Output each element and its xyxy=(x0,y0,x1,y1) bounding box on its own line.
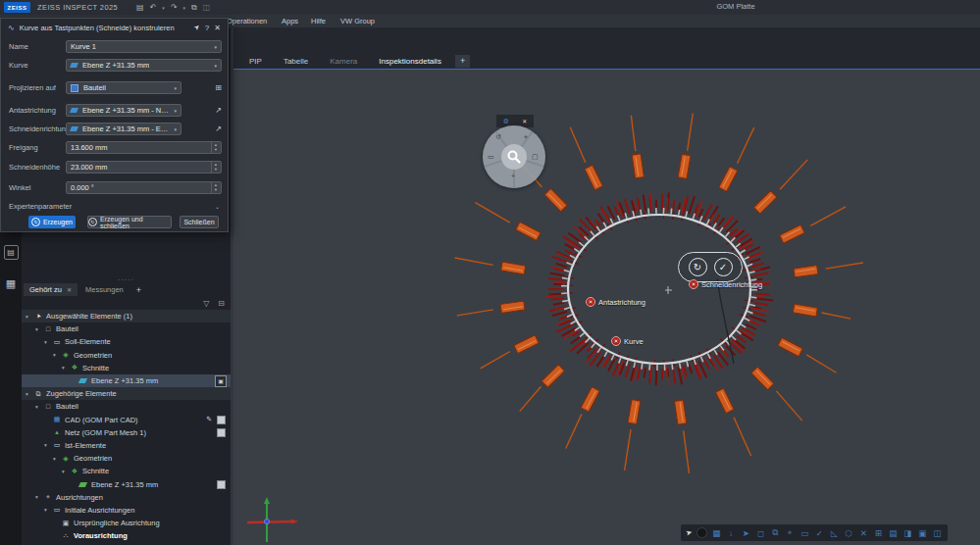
navigation-wheel[interactable] xyxy=(483,125,545,188)
tree-item-ebene-z-soll[interactable]: Ebene Z +31.35 mm ▣ xyxy=(22,374,231,387)
tree-item-geometrien-2[interactable]: Geometrien xyxy=(22,452,231,465)
chevron-down-icon[interactable] xyxy=(44,442,52,448)
schneidenhoehe-spinner[interactable]: 23.000 mm ▴▾ xyxy=(66,161,222,173)
wheel-view-icon[interactable] xyxy=(488,153,494,161)
add-view-tab-button[interactable]: + xyxy=(455,55,470,68)
view-tool-icon-8[interactable]: ✓ xyxy=(814,528,825,538)
view-tool-icon-9[interactable]: ◺ xyxy=(829,528,840,538)
redo-icon[interactable]: ↷ xyxy=(171,3,178,12)
element-options-button[interactable]: ▣ xyxy=(215,375,227,387)
help-icon[interactable]: ? xyxy=(205,24,209,32)
remove-element-icon[interactable] xyxy=(611,336,621,346)
tree-item-ist-elemente[interactable]: Ist-Elemente xyxy=(22,439,231,452)
remove-element-icon[interactable] xyxy=(689,279,698,289)
freigang-spinner[interactable]: 13.600 mm ▴▾ xyxy=(66,141,222,154)
view-tool-icon-7[interactable]: ▭ xyxy=(799,528,810,538)
tree-item-urspruengliche-ausrichtung[interactable]: Ursprüngliche Ausrichtung xyxy=(22,517,231,529)
chevron-down-icon[interactable] xyxy=(62,469,70,474)
grid-icon[interactable]: ▦ xyxy=(5,277,18,290)
wheel-pan-icon[interactable] xyxy=(511,173,515,179)
create-button[interactable]: ↻ Erzeugen xyxy=(28,216,76,228)
menu-hilfe[interactable]: Hilfe xyxy=(311,17,326,25)
remove-element-icon[interactable] xyxy=(586,297,595,307)
chevron-down-icon[interactable] xyxy=(26,314,33,320)
spin-arrows-icon[interactable]: ▴▾ xyxy=(211,162,217,173)
view-tool-icon-3[interactable]: ➤ xyxy=(741,528,751,538)
expertenparameter-section[interactable]: Expertenparameter ⌄ xyxy=(1,200,230,213)
close-tab-icon[interactable]: ✕ xyxy=(67,286,72,293)
tree-item-bauteil-2[interactable]: Bauteil xyxy=(22,400,231,413)
gear-icon[interactable] xyxy=(503,118,509,125)
tab-kamera[interactable]: Kamera xyxy=(322,55,365,68)
menu-vw-group[interactable]: VW Group xyxy=(340,17,375,25)
panel-drag-handle[interactable]: ····· xyxy=(118,276,134,283)
tree-item-initiale-ausrichtungen[interactable]: Initiale Ausrichtungen xyxy=(22,504,231,517)
dialog-title-bar[interactable]: Kurve aus Tastpunkten (Schneide) konstru… xyxy=(1,19,228,36)
spin-arrows-icon[interactable]: ▴▾ xyxy=(211,182,217,193)
tree-section-selected-elements[interactable]: Ausgewählte Elemente (1) xyxy=(22,310,231,322)
chevron-down-icon[interactable] xyxy=(44,339,52,345)
visibility-checkbox[interactable] xyxy=(217,428,226,437)
add-tab-button[interactable]: + xyxy=(131,284,146,296)
undo-icon[interactable]: ↶ xyxy=(150,3,157,12)
chevron-down-icon[interactable] xyxy=(35,494,43,500)
label-antastrichtung[interactable]: Antastrichtung xyxy=(586,297,645,307)
copy-icon[interactable]: ⧉ xyxy=(191,3,197,13)
close-icon[interactable] xyxy=(522,118,527,124)
schneidenrichtung-select[interactable]: Ebene Z +31.35 mm - Ebenennorm... xyxy=(66,123,181,135)
view-tool-icon-13[interactable]: ▤ xyxy=(888,528,899,538)
tree-item-ebene-z-ist[interactable]: Ebene Z +31.35 mm xyxy=(22,477,231,490)
view-tool-icon-5[interactable]: ⧉ xyxy=(770,527,781,538)
view-tool-icon-10[interactable]: ⬡ xyxy=(844,528,854,538)
menu-operationen[interactable]: Operationen xyxy=(227,17,267,25)
view-tool-icon-16[interactable]: ◫ xyxy=(932,528,943,538)
tree-item-soll-elemente[interactable]: Soll-Elemente xyxy=(22,335,231,348)
winkel-spinner[interactable]: 0.000 ° ▴▾ xyxy=(66,181,222,194)
target-select-icon[interactable]: ⊞ xyxy=(215,83,222,92)
filter-icon[interactable]: ▽ xyxy=(203,299,209,308)
wheel-fit-icon[interactable] xyxy=(532,153,539,161)
save-icon[interactable]: ▤ xyxy=(136,3,144,12)
view-tool-icon-1[interactable]: ▦ xyxy=(711,528,722,538)
chevron-down-icon[interactable] xyxy=(35,404,43,410)
view-tool-icon-4[interactable]: ◻ xyxy=(755,528,766,538)
pick-direction-icon[interactable]: ↗ xyxy=(215,124,222,133)
antastrichtung-select[interactable]: Ebene Z +31.35 mm - Normale xyxy=(66,104,181,117)
visibility-checkbox[interactable] xyxy=(217,480,226,489)
tab-pip[interactable]: PIP xyxy=(241,55,270,68)
tree-item-cad[interactable]: CAD (GOM Part CAD) xyxy=(22,414,231,426)
chevron-down-icon[interactable] xyxy=(35,326,43,332)
view-tool-icon-12[interactable]: ⊞ xyxy=(873,528,884,538)
apply-and-continue-button[interactable]: ↻ xyxy=(689,258,707,276)
wheel-rotate-icon[interactable] xyxy=(495,133,501,141)
tab-messungen[interactable]: Messungen xyxy=(79,283,129,296)
close-button[interactable]: Schließen xyxy=(180,216,219,228)
view-tool-icon-11[interactable]: ✕ xyxy=(858,528,869,538)
spin-arrows-icon[interactable]: ▴▾ xyxy=(211,142,217,153)
visibility-checkbox[interactable] xyxy=(217,416,226,424)
projizieren-select[interactable]: Bauteil xyxy=(66,81,181,94)
name-input[interactable]: Kurve 1 xyxy=(66,40,222,53)
3d-viewport[interactable]: ↻ ✓ Schneidenrichtung Antastrichtung Kur… xyxy=(233,70,980,545)
view-tool-icon-14[interactable]: ◨ xyxy=(903,528,913,538)
chevron-down-icon[interactable] xyxy=(62,365,70,371)
tree-item-bauteil[interactable]: Bauteil xyxy=(22,322,231,335)
kurve-select[interactable]: Ebene Z +31.35 mm xyxy=(66,59,222,72)
view-tool-icon-15[interactable]: ▣ xyxy=(917,528,928,538)
close-icon[interactable]: ✕ xyxy=(214,24,221,32)
tab-gehoert-zu[interactable]: Gehört zu ✕ xyxy=(24,283,77,296)
tree-item-netz[interactable]: Netz (GOM Part Mesh 1) xyxy=(22,426,231,439)
tree-item-schnitte[interactable]: Schnitte xyxy=(22,362,231,374)
view-tool-icon-6[interactable]: ⌖ xyxy=(785,527,796,538)
trash-icon[interactable]: ⊟ xyxy=(218,299,225,308)
pin-icon[interactable]: ➤ xyxy=(192,23,202,32)
tree-item-geometrien[interactable]: Geometrien xyxy=(22,349,231,362)
select-cursor-icon[interactable]: ➤ xyxy=(685,527,694,537)
redo-dropdown-icon[interactable]: ▾ xyxy=(183,5,186,11)
tree-item-schnitte-2[interactable]: Schnitte xyxy=(22,465,231,477)
chevron-down-icon[interactable] xyxy=(53,456,61,462)
undo-dropdown-icon[interactable]: ▾ xyxy=(162,5,165,11)
create-and-close-button[interactable]: ↻ Erzeugen und schließen xyxy=(87,216,172,228)
chevron-down-icon[interactable] xyxy=(26,391,33,397)
report-icon[interactable]: ▤ xyxy=(4,245,19,260)
